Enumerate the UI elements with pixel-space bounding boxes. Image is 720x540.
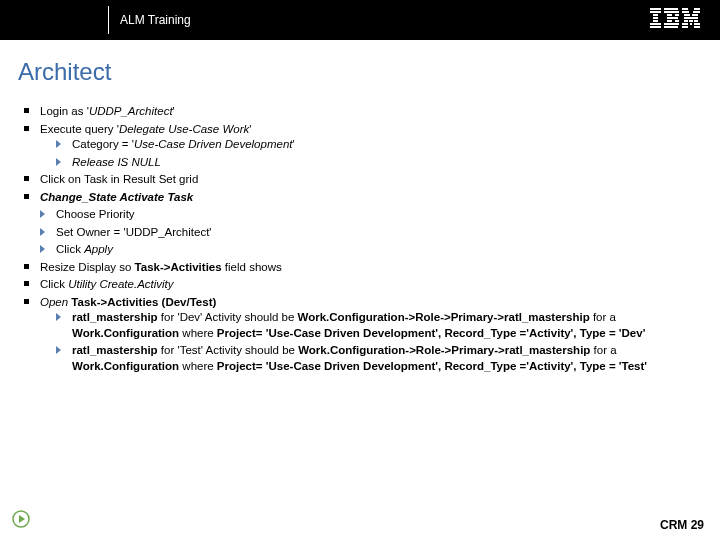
svg-rect-19 bbox=[693, 11, 700, 13]
header-divider bbox=[108, 6, 109, 34]
text: for a bbox=[590, 311, 616, 323]
list-item: ratl_mastership for 'Test' Activity shou… bbox=[40, 343, 700, 374]
svg-rect-16 bbox=[682, 8, 688, 10]
list-item: Execute query 'Delegate Use-Case Work' C… bbox=[24, 122, 700, 171]
svg-rect-14 bbox=[664, 23, 679, 25]
text: UDDP_Architect bbox=[89, 105, 173, 117]
text: Click bbox=[40, 278, 68, 290]
text: Category = ' bbox=[72, 138, 134, 150]
svg-rect-10 bbox=[675, 14, 679, 16]
svg-rect-9 bbox=[667, 14, 672, 16]
svg-rect-18 bbox=[682, 11, 689, 13]
svg-rect-20 bbox=[684, 14, 690, 16]
svg-rect-6 bbox=[650, 26, 661, 28]
svg-rect-1 bbox=[650, 11, 661, 13]
svg-rect-30 bbox=[694, 26, 700, 28]
list-item: Login as 'UDDP_Architect' bbox=[24, 104, 700, 120]
svg-rect-5 bbox=[650, 23, 661, 25]
list-item: Set Owner = 'UDDP_Architect' bbox=[24, 225, 700, 241]
text: Utility Create.Activity bbox=[68, 278, 173, 290]
text: Task->Activities bbox=[135, 261, 222, 273]
text: Work.Configuration->Role->Primary->ratl_… bbox=[298, 344, 590, 356]
text: Login as ' bbox=[40, 105, 89, 117]
list-item: Resize Display so Task->Activities field… bbox=[24, 260, 700, 276]
list-item: ratl_mastership for 'Dev' Activity shoul… bbox=[40, 310, 700, 341]
text: Apply bbox=[84, 243, 113, 255]
text: for 'Test' Activity should be bbox=[158, 344, 299, 356]
svg-rect-27 bbox=[690, 23, 692, 25]
text: Open bbox=[40, 296, 68, 308]
svg-rect-12 bbox=[667, 20, 672, 22]
svg-marker-32 bbox=[19, 515, 25, 523]
text: ratl_mastership bbox=[72, 311, 158, 323]
svg-rect-0 bbox=[650, 8, 661, 10]
text: Work.Configuration bbox=[72, 360, 179, 372]
svg-rect-23 bbox=[684, 20, 688, 22]
bullet-list: Login as 'UDDP_Architect' Execute query … bbox=[24, 104, 700, 374]
text: where bbox=[179, 327, 217, 339]
text: ' bbox=[292, 138, 294, 150]
header-bar: ALM Training bbox=[0, 0, 720, 40]
text: Work.Configuration bbox=[72, 327, 179, 339]
ibm-logo bbox=[650, 8, 700, 32]
svg-rect-17 bbox=[694, 8, 700, 10]
text: for a bbox=[590, 344, 616, 356]
content-area: Login as 'UDDP_Architect' Execute query … bbox=[24, 104, 700, 374]
text: Project= 'Use-Case Driven Development', … bbox=[217, 360, 647, 372]
text: Work.Configuration->Role->Primary->ratl_… bbox=[298, 311, 590, 323]
list-item: Release IS NULL bbox=[40, 155, 700, 171]
text: for 'Dev' Activity should be bbox=[158, 311, 298, 323]
svg-rect-28 bbox=[694, 23, 700, 25]
svg-rect-25 bbox=[694, 20, 698, 22]
list-item: Category = 'Use-Case Driven Development' bbox=[40, 137, 700, 153]
list-item: Click Utility Create.Activity bbox=[24, 277, 700, 293]
svg-rect-2 bbox=[653, 14, 658, 16]
list-item: Choose Priority bbox=[24, 207, 700, 223]
list-item: Open Task->Activities (Dev/Test) ratl_ma… bbox=[24, 295, 700, 375]
svg-rect-24 bbox=[689, 20, 693, 22]
svg-rect-7 bbox=[664, 8, 678, 10]
text: Project= 'Use-Case Driven Development', … bbox=[217, 327, 646, 339]
play-icon bbox=[12, 510, 30, 532]
text: ' bbox=[173, 105, 175, 117]
text: ratl_mastership bbox=[72, 344, 158, 356]
svg-rect-22 bbox=[684, 17, 698, 19]
text: Resize Display so bbox=[40, 261, 135, 273]
slide-title: Architect bbox=[18, 58, 720, 86]
svg-rect-11 bbox=[667, 17, 678, 19]
list-item: Change_State Activate Task bbox=[24, 190, 700, 206]
text: ' bbox=[249, 123, 251, 135]
text: Click bbox=[56, 243, 84, 255]
svg-rect-29 bbox=[682, 26, 688, 28]
text: Delegate Use-Case Work bbox=[119, 123, 249, 135]
svg-rect-3 bbox=[653, 17, 658, 19]
svg-rect-13 bbox=[675, 20, 679, 22]
text: where bbox=[179, 360, 217, 372]
header-title: ALM Training bbox=[120, 13, 191, 27]
svg-rect-21 bbox=[692, 14, 698, 16]
list-item: Click on Task in Result Set grid bbox=[24, 172, 700, 188]
footer-label: CRM 29 bbox=[660, 518, 704, 532]
list-item: Click Apply bbox=[24, 242, 700, 258]
text: Execute query ' bbox=[40, 123, 119, 135]
text: Task->Activities (Dev/Test) bbox=[68, 296, 216, 308]
text: Use-Case Driven Development bbox=[134, 138, 293, 150]
svg-rect-26 bbox=[682, 23, 688, 25]
svg-rect-8 bbox=[664, 11, 679, 13]
svg-rect-4 bbox=[653, 20, 658, 22]
svg-rect-15 bbox=[664, 26, 678, 28]
text: field shows bbox=[222, 261, 282, 273]
